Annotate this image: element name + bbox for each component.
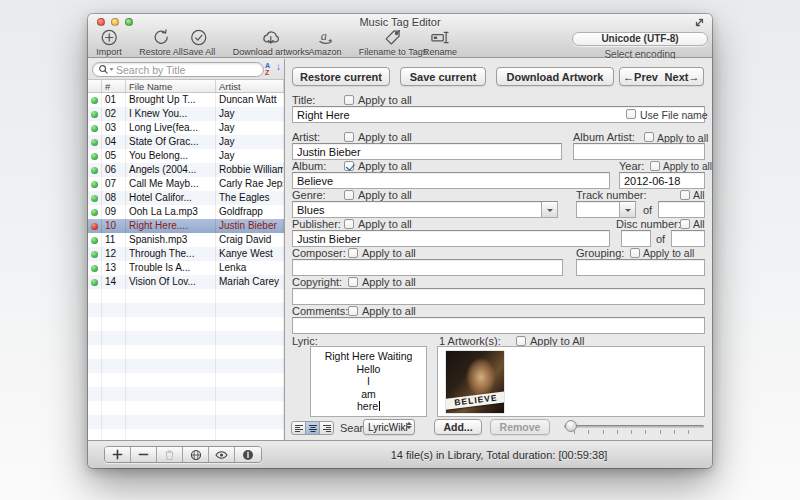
title-apply-checkbox[interactable] bbox=[344, 95, 354, 105]
table-row[interactable] bbox=[88, 359, 284, 373]
disc-number-field[interactable] bbox=[621, 230, 651, 247]
use-file-name-checkbox[interactable] bbox=[626, 109, 636, 119]
plus-circle-icon bbox=[99, 28, 119, 47]
lyric-textarea[interactable]: Right Here WaitingHelloIamhere bbox=[310, 346, 427, 417]
toolbar-item-label: Amazon bbox=[308, 47, 341, 57]
composer-apply-checkbox[interactable] bbox=[348, 248, 358, 258]
track-all-checkbox[interactable] bbox=[680, 190, 690, 200]
comments-field[interactable] bbox=[292, 317, 705, 334]
toolbar-item-amazon[interactable]: a Amazon bbox=[308, 28, 341, 57]
artwork-well[interactable]: BELIEVE bbox=[437, 346, 705, 417]
table-row[interactable]: 14 Vision Of Lov... Mariah Carey bbox=[88, 275, 284, 289]
info-button[interactable] bbox=[235, 447, 261, 462]
copyright-apply-checkbox[interactable] bbox=[348, 277, 358, 287]
column-artist[interactable]: Artist bbox=[216, 80, 284, 92]
track-dropdown-arrow-icon[interactable] bbox=[619, 202, 635, 217]
table-row[interactable] bbox=[88, 289, 284, 303]
publisher-field[interactable]: Justin Bieber bbox=[292, 230, 610, 247]
search-input[interactable] bbox=[116, 64, 246, 76]
artist-apply-checkbox[interactable] bbox=[344, 132, 354, 142]
preview-button[interactable] bbox=[209, 447, 235, 462]
web-search-button[interactable] bbox=[183, 447, 209, 462]
align-center-icon bbox=[308, 424, 318, 433]
table-row[interactable]: 07 Call Me Mayb... Carly Rae Jepsen bbox=[88, 177, 284, 191]
download-artwork-button[interactable]: Download Artwork bbox=[496, 67, 614, 86]
table-row[interactable]: 13 Trouble Is A... Lenka bbox=[88, 261, 284, 275]
artwork-zoom-slider[interactable] bbox=[564, 419, 704, 435]
toolbar-item-filename-to-tags[interactable]: Filename to Tags bbox=[359, 28, 427, 57]
table-row[interactable]: 05 You Belong... Jay bbox=[88, 149, 284, 163]
column-status[interactable] bbox=[88, 80, 102, 92]
remove-artwork-button[interactable]: Remove bbox=[490, 419, 550, 435]
slider-thumb[interactable] bbox=[565, 420, 577, 432]
next-button[interactable]: Next→ bbox=[661, 67, 704, 86]
album-apply-checkbox[interactable] bbox=[344, 161, 354, 171]
toolbar-item-rename[interactable]: Rename bbox=[423, 28, 457, 57]
table-row[interactable] bbox=[88, 429, 284, 440]
album-label: Album: bbox=[292, 160, 326, 172]
table-row[interactable] bbox=[88, 415, 284, 429]
table-row[interactable]: 09 Ooh La La.mp3 Goldfrapp bbox=[88, 205, 284, 219]
track-number-combo[interactable] bbox=[576, 201, 636, 218]
genre-dropdown-arrow-icon[interactable] bbox=[541, 202, 557, 217]
prev-button[interactable]: ←Prev bbox=[619, 67, 662, 86]
table-row[interactable] bbox=[88, 331, 284, 345]
search-field[interactable] bbox=[92, 62, 264, 77]
grouping-field[interactable] bbox=[576, 259, 705, 276]
disc-total-field[interactable] bbox=[671, 230, 705, 247]
comments-apply-checkbox[interactable] bbox=[348, 306, 358, 316]
table-row[interactable]: 08 Hotel Califor... The Eagles bbox=[88, 191, 284, 205]
track-total-field[interactable] bbox=[658, 201, 705, 218]
artist-field[interactable]: Justin Bieber bbox=[292, 143, 562, 160]
table-row[interactable]: 03 Long Live(fea... Jay bbox=[88, 121, 284, 135]
add-files-button[interactable] bbox=[105, 447, 131, 462]
slider-track[interactable] bbox=[564, 425, 704, 428]
toolbar-item-download-artworks[interactable]: Download artworks bbox=[233, 28, 310, 57]
genre-apply-checkbox[interactable] bbox=[344, 190, 354, 200]
year-apply-checkbox[interactable] bbox=[650, 161, 660, 171]
table-row[interactable] bbox=[88, 401, 284, 415]
restore-current-button[interactable]: Restore current bbox=[292, 67, 390, 86]
toolbar-item-save-all[interactable]: Save All bbox=[183, 28, 216, 57]
table-row[interactable]: 12 Through The... Kanye West bbox=[88, 247, 284, 261]
lyric-source-popup[interactable]: LyricWiki bbox=[363, 419, 415, 435]
toolbar-item-import[interactable]: Import bbox=[96, 28, 122, 57]
album-artist-apply-checkbox[interactable] bbox=[644, 132, 654, 142]
table-row[interactable] bbox=[88, 373, 284, 387]
table-row[interactable]: 02 I Knew You... Jay bbox=[88, 107, 284, 121]
table-row[interactable]: 11 Spanish.mp3 Craig David bbox=[88, 233, 284, 247]
copyright-field[interactable] bbox=[292, 288, 705, 305]
sort-button[interactable]: A Z ↓ bbox=[265, 62, 281, 77]
artwork-apply-checkbox[interactable] bbox=[516, 336, 526, 346]
table-row[interactable]: 01 Brought Up T... Duncan Watt bbox=[88, 93, 284, 107]
align-right-button[interactable] bbox=[319, 421, 334, 435]
disc-all-checkbox[interactable] bbox=[680, 219, 690, 229]
fullscreen-icon[interactable] bbox=[694, 17, 705, 28]
trash-button[interactable] bbox=[157, 447, 183, 462]
add-artwork-button[interactable]: Add... bbox=[434, 419, 482, 435]
remove-files-button[interactable] bbox=[131, 447, 157, 462]
table-row[interactable] bbox=[88, 303, 284, 317]
encoding-dropdown[interactable]: Unicode (UTF-8) bbox=[572, 32, 708, 46]
album-artist-field[interactable] bbox=[573, 143, 705, 160]
composer-field[interactable] bbox=[292, 259, 563, 276]
grouping-apply-checkbox[interactable] bbox=[630, 248, 640, 258]
album-field[interactable]: Believe bbox=[292, 172, 610, 189]
album-cover-thumbnail[interactable]: BELIEVE bbox=[446, 351, 504, 413]
genre-combo[interactable]: Blues bbox=[292, 201, 558, 218]
align-center-button[interactable] bbox=[305, 421, 320, 435]
save-current-button[interactable]: Save current bbox=[400, 67, 486, 86]
year-field[interactable]: 2012-06-18 bbox=[619, 172, 705, 189]
table-row[interactable]: 06 Angels (2004... Robbie Williams bbox=[88, 163, 284, 177]
column-number[interactable]: # bbox=[102, 80, 126, 92]
align-left-button[interactable] bbox=[291, 421, 306, 435]
table-row[interactable] bbox=[88, 345, 284, 359]
publisher-apply-checkbox[interactable] bbox=[344, 219, 354, 229]
toolbar-item-restore-all[interactable]: Restore All bbox=[139, 28, 183, 57]
table-row[interactable] bbox=[88, 387, 284, 401]
column-file-name[interactable]: File Name bbox=[126, 80, 216, 92]
table-row[interactable]: 04 State Of Grac... Jay bbox=[88, 135, 284, 149]
row-num: 06 bbox=[102, 163, 126, 177]
table-row[interactable]: 10 Right Here.... Justin Bieber bbox=[88, 219, 284, 233]
table-row[interactable] bbox=[88, 317, 284, 331]
